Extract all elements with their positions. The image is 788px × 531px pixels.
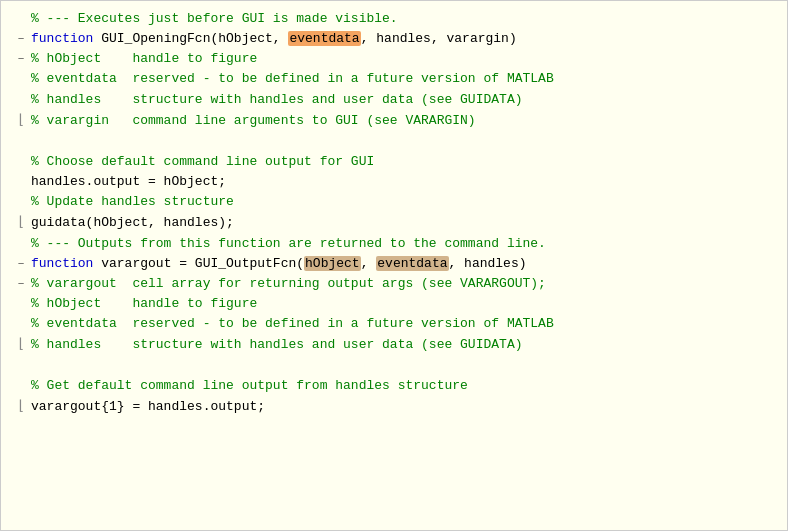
line-19: % Get default command line output from h… xyxy=(1,376,787,396)
highlight-hobject: hObject xyxy=(304,256,361,271)
code-9: handles.output = hObject; xyxy=(27,172,781,192)
func2-sep: , xyxy=(361,256,377,271)
keyword-function2: function xyxy=(31,256,101,271)
code-17: % handles structure with handles and use… xyxy=(27,335,781,355)
line-5: % handles structure with handles and use… xyxy=(1,90,787,110)
line-10: % Update handles structure xyxy=(1,192,787,212)
line-9: handles.output = hObject; xyxy=(1,172,787,192)
fold-3[interactable]: − xyxy=(15,51,27,68)
code-19: % Get default command line output from h… xyxy=(27,376,781,396)
code-16: % eventdata reserved - to be defined in … xyxy=(27,314,781,334)
code-5: % handles structure with handles and use… xyxy=(27,90,781,110)
func2-args: , handles) xyxy=(449,256,527,271)
func2-name: varargout = GUI_OutputFcn( xyxy=(101,256,304,271)
fold-20[interactable]: ⌊ xyxy=(15,396,27,418)
line-4: % eventdata reserved - to be defined in … xyxy=(1,69,787,89)
line-3: − % hObject handle to figure xyxy=(1,49,787,69)
fold-13[interactable]: − xyxy=(15,256,27,273)
code-editor: % --- Executes just before GUI is made v… xyxy=(0,0,788,531)
code-8: % Choose default command line output for… xyxy=(27,152,781,172)
line-8: % Choose default command line output for… xyxy=(1,152,787,172)
line-20: ⌊ varargout{1} = handles.output; xyxy=(1,396,787,418)
highlight-eventdata-2: eventdata xyxy=(376,256,448,271)
line-2: − function GUI_OpeningFcn(hObject, event… xyxy=(1,29,787,49)
line-14: − % varargout cell array for returning o… xyxy=(1,274,787,294)
code-18 xyxy=(27,356,781,376)
code-6: % varargin command line arguments to GUI… xyxy=(27,111,781,131)
line-12: % --- Outputs from this function are ret… xyxy=(1,234,787,254)
code-11: guidata(hObject, handles); xyxy=(27,213,781,233)
line-15: % hObject handle to figure xyxy=(1,294,787,314)
line-17: ⌊ % handles structure with handles and u… xyxy=(1,334,787,356)
code-1: % --- Executes just before GUI is made v… xyxy=(27,9,781,29)
fold-17[interactable]: ⌊ xyxy=(15,334,27,356)
fold-14[interactable]: − xyxy=(15,276,27,293)
fold-11[interactable]: ⌊ xyxy=(15,212,27,234)
line-13: − function varargout = GUI_OutputFcn(hOb… xyxy=(1,254,787,274)
keyword-function: function xyxy=(31,31,101,46)
code-2: function GUI_OpeningFcn(hObject, eventda… xyxy=(27,29,781,49)
line-1: % --- Executes just before GUI is made v… xyxy=(1,9,787,29)
code-10: % Update handles structure xyxy=(27,192,781,212)
fold-2[interactable]: − xyxy=(15,31,27,48)
code-15: % hObject handle to figure xyxy=(27,294,781,314)
func-args: , handles, varargin) xyxy=(361,31,517,46)
line-11: ⌊ guidata(hObject, handles); xyxy=(1,212,787,234)
code-13: function varargout = GUI_OutputFcn(hObje… xyxy=(27,254,781,274)
line-6: ⌊ % varargin command line arguments to G… xyxy=(1,110,787,132)
code-20: varargout{1} = handles.output; xyxy=(27,397,781,417)
highlight-eventdata-1: eventdata xyxy=(288,31,360,46)
fold-6[interactable]: ⌊ xyxy=(15,110,27,132)
code-7 xyxy=(27,131,781,151)
code-4: % eventdata reserved - to be defined in … xyxy=(27,69,781,89)
code-12: % --- Outputs from this function are ret… xyxy=(27,234,781,254)
line-18 xyxy=(1,356,787,376)
code-14: % varargout cell array for returning out… xyxy=(27,274,781,294)
line-16: % eventdata reserved - to be defined in … xyxy=(1,314,787,334)
code-3: % hObject handle to figure xyxy=(27,49,781,69)
func-name: GUI_OpeningFcn(hObject, xyxy=(101,31,288,46)
line-7 xyxy=(1,131,787,151)
